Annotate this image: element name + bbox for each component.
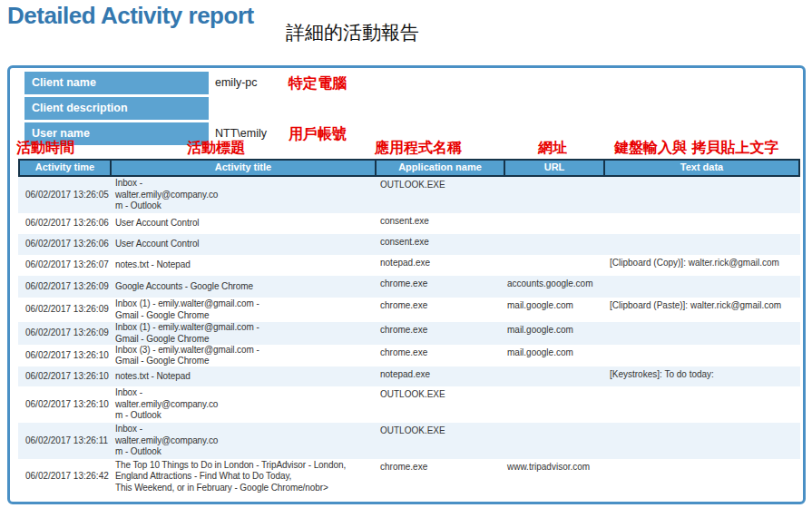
cell-activity-title: Inbox (1) - emily.walter@gmail.com - Gma… [112, 298, 377, 322]
cell-text-data [605, 276, 800, 298]
cell-activity-time: 06/02/2017 13:26:05 [18, 177, 112, 213]
cell-text-data [605, 213, 800, 234]
cell-url: accounts.google.com [505, 276, 605, 298]
cell-application-name: notepad.exe [377, 255, 505, 276]
column-header-url: URL [505, 161, 603, 175]
client-description-label: Client description [24, 97, 209, 120]
annotation-activity-title: 活動標題 [187, 140, 245, 156]
cell-text-data [605, 322, 800, 345]
cell-activity-title: Inbox - walter.emily@company.co m - Outl… [112, 423, 377, 459]
cell-text-data: [Keystrokes]: To do today: [605, 366, 800, 386]
cell-activity-title: User Account Control [112, 234, 377, 255]
cell-activity-title: User Account Control [112, 213, 377, 234]
cell-activity-time: 06/02/2017 13:26:10 [18, 386, 112, 423]
cell-application-name: chrome.exe [377, 298, 505, 322]
cell-activity-title: The Top 10 Things to Do in London - Trip… [112, 459, 377, 494]
cell-text-data [605, 423, 800, 459]
cell-url [505, 234, 605, 255]
cell-activity-title: Google Accounts - Google Chrome [112, 276, 377, 298]
annotation-url: 網址 [538, 140, 567, 156]
cell-url [505, 423, 605, 459]
cell-activity-title: notes.txt - Notepad [112, 255, 377, 276]
cell-url: www.tripadvisor.com [505, 459, 605, 494]
cell-text-data [605, 177, 800, 213]
cell-url: mail.google.com [505, 322, 605, 345]
cell-text-data [605, 459, 800, 494]
cell-application-name: OUTLOOK.EXE [377, 386, 505, 423]
annotation-application-name: 應用程式名稱 [375, 140, 462, 156]
cell-activity-time: 06/02/2017 13:26:09 [18, 322, 112, 345]
cell-url [505, 177, 605, 213]
cell-activity-title: Inbox (3) - emily.walter@gmail.com - Gma… [112, 345, 377, 366]
cell-activity-time: 06/02/2017 13:26:10 [18, 345, 112, 366]
column-header-text-data: Text data [605, 161, 798, 175]
report-frame: Client name emily-pc 特定電腦 Client descrip… [7, 65, 806, 504]
cell-url [505, 255, 605, 276]
cell-activity-time: 06/02/2017 13:26:11 [18, 423, 112, 459]
page-subtitle-chinese: 詳細的活動報告 [286, 20, 419, 45]
table-row: 06/02/2017 13:26:07 notes.txt - Notepad … [18, 255, 800, 276]
cell-text-data: [Clipboard (Copy)]: walter.rick@gmail.co… [605, 255, 800, 276]
cell-text-data [605, 345, 800, 366]
client-name-annotation: 特定電腦 [289, 72, 347, 94]
table-row: 06/02/2017 13:26:42 The Top 10 Things to… [18, 459, 800, 494]
cell-url [505, 386, 605, 423]
activity-table-header: Activity time Activity title Application… [18, 159, 800, 177]
cell-application-name: consent.exe [377, 234, 505, 255]
cell-application-name: consent.exe [377, 213, 505, 234]
table-row: 06/02/2017 13:26:06 User Account Control… [18, 213, 800, 234]
cell-activity-title: Inbox - walter.emily@company.co m - Outl… [112, 177, 377, 213]
table-row: 06/02/2017 13:26:09 Google Accounts - Go… [18, 276, 800, 298]
cell-application-name: chrome.exe [377, 276, 505, 298]
table-row: 06/02/2017 13:26:10 Inbox - walter.emily… [18, 386, 800, 423]
cell-application-name: OUTLOOK.EXE [377, 177, 505, 213]
cell-application-name: chrome.exe [377, 322, 505, 345]
cell-url: mail.google.com [505, 345, 605, 366]
cell-text-data: [Clipboard (Paste)]: walter.rick@gmail.c… [605, 298, 800, 322]
table-row: 06/02/2017 13:26:09 Inbox (1) - emily.wa… [18, 322, 800, 345]
cell-application-name: chrome.exe [377, 459, 505, 494]
cell-url [505, 366, 605, 386]
table-row: 06/02/2017 13:26:10 Inbox (3) - emily.wa… [18, 345, 800, 366]
cell-application-name: OUTLOOK.EXE [377, 423, 505, 459]
cell-application-name: notepad.exe [377, 366, 505, 386]
cell-activity-time: 06/02/2017 13:26:09 [18, 298, 112, 322]
table-row: 06/02/2017 13:26:09 Inbox (1) - emily.wa… [18, 298, 800, 322]
cell-text-data [605, 234, 800, 255]
cell-activity-time: 06/02/2017 13:26:42 [18, 459, 112, 494]
cell-activity-time: 06/02/2017 13:26:06 [18, 213, 112, 234]
cell-activity-title: Inbox - walter.emily@company.co m - Outl… [112, 386, 377, 423]
table-row: 06/02/2017 13:26:05 Inbox - walter.emily… [18, 177, 800, 213]
page-title: Detailed Activity report [7, 2, 254, 30]
annotation-text-data: 鍵盤輸入與 拷貝貼上文字 [614, 140, 779, 156]
cell-text-data [605, 386, 800, 423]
user-name-annotation: 用戶帳號 [289, 122, 347, 145]
cell-activity-title: notes.txt - Notepad [112, 366, 377, 386]
cell-activity-time: 06/02/2017 13:26:10 [18, 366, 112, 386]
column-header-application-name: Application name [377, 161, 504, 175]
client-name-value: emily-pc [215, 72, 258, 94]
annotation-activity-time: 活動時間 [16, 140, 74, 156]
column-header-activity-time: Activity time [20, 161, 110, 175]
table-row: 06/02/2017 13:26:06 User Account Control… [18, 234, 800, 255]
cell-url [505, 213, 605, 234]
client-name-label: Client name [24, 72, 209, 94]
cell-url: mail.google.com [505, 298, 605, 322]
cell-activity-time: 06/02/2017 13:26:07 [18, 255, 112, 276]
cell-application-name: chrome.exe [377, 345, 505, 366]
table-row: 06/02/2017 13:26:10 notes.txt - Notepad … [18, 366, 800, 386]
activity-table-body: 06/02/2017 13:26:05 Inbox - walter.emily… [18, 177, 800, 494]
cell-activity-time: 06/02/2017 13:26:09 [18, 276, 112, 298]
cell-activity-title: Inbox (1) - emily.walter@gmail.com - Gma… [112, 322, 377, 345]
column-header-activity-title: Activity title [112, 161, 375, 175]
table-row: 06/02/2017 13:26:11 Inbox - walter.emily… [18, 423, 800, 459]
cell-activity-time: 06/02/2017 13:26:06 [18, 234, 112, 255]
